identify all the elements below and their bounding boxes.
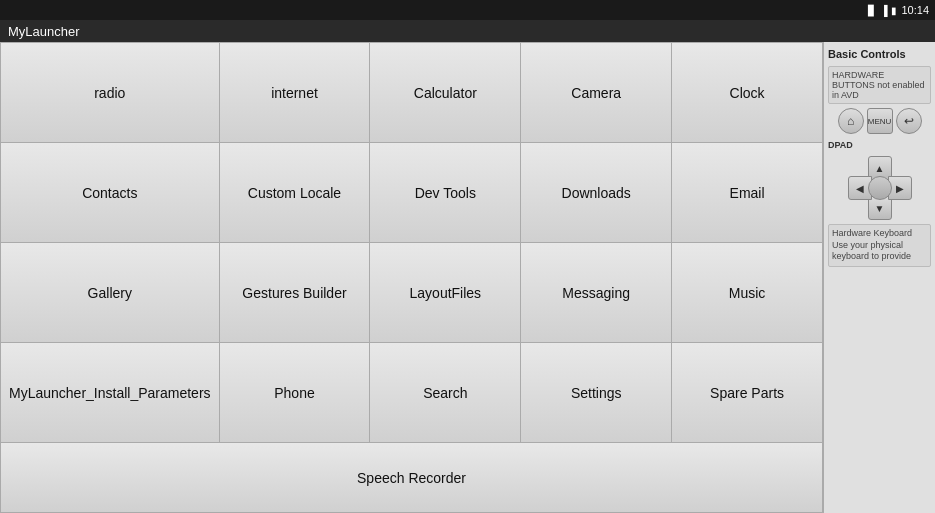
dpad-container: ▲ ▼ ◀ ▶ [828, 156, 931, 220]
app-cell-clock[interactable]: Clock [672, 43, 823, 143]
app-cell-layoutfiles[interactable]: LayoutFiles [370, 243, 521, 343]
app-cell-settings[interactable]: Settings [521, 343, 672, 443]
app-cell-internet[interactable]: internet [220, 43, 371, 143]
dpad-label: DPAD [828, 140, 931, 150]
app-cell-camera[interactable]: Camera [521, 43, 672, 143]
keyboard-label: Hardware Keyboard [832, 228, 927, 240]
main-content: radio internet Calculator Camera Clock C… [0, 42, 935, 513]
back-button[interactable]: ↩ [896, 108, 922, 134]
right-panel: Basic Controls HARDWARE BUTTONS not enab… [823, 42, 935, 513]
hardware-buttons-section: HARDWARE BUTTONS not enabled in AVD [828, 66, 931, 104]
app-cell-custom-locale[interactable]: Custom Locale [220, 143, 371, 243]
app-cell-phone[interactable]: Phone [220, 343, 371, 443]
app-cell-music[interactable]: Music [672, 243, 823, 343]
title-bar: MyLauncher [0, 20, 935, 42]
app-cell-gestures-builder[interactable]: Gestures Builder [220, 243, 371, 343]
app-cell-email[interactable]: Email [672, 143, 823, 243]
panel-title: Basic Controls [828, 46, 931, 62]
app-cell-spare-parts[interactable]: Spare Parts [672, 343, 823, 443]
home-button[interactable]: ⌂ [838, 108, 864, 134]
signal-icon: ▐ [880, 5, 887, 16]
time-display: 10:14 [901, 4, 929, 16]
keyboard-note: Use your physical keyboard to provide [832, 240, 927, 263]
app-cell-messaging[interactable]: Messaging [521, 243, 672, 343]
app-cell-gallery[interactable]: Gallery [1, 243, 220, 343]
menu-button[interactable]: MENU [867, 108, 893, 134]
wifi-icon: ▊ [868, 5, 876, 16]
status-right: ▊ ▐ ▮ 10:14 [868, 4, 929, 16]
status-bar: ▊ ▐ ▮ 10:14 [0, 0, 935, 20]
app-cell-dev-tools[interactable]: Dev Tools [370, 143, 521, 243]
app-cell-contacts[interactable]: Contacts [1, 143, 220, 243]
keyboard-section: Hardware Keyboard Use your physical keyb… [828, 224, 931, 267]
app-title: MyLauncher [8, 24, 80, 39]
control-buttons-row: ⌂ MENU ↩ [828, 108, 931, 134]
app-cell-search[interactable]: Search [370, 343, 521, 443]
dpad-center-button[interactable] [868, 176, 892, 200]
app-grid-container: radio internet Calculator Camera Clock C… [0, 42, 823, 513]
dpad: ▲ ▼ ◀ ▶ [848, 156, 912, 220]
app-cell-calculator[interactable]: Calculator [370, 43, 521, 143]
app-cell-radio[interactable]: radio [1, 43, 220, 143]
app-cell-downloads[interactable]: Downloads [521, 143, 672, 243]
app-cell-mylauncher-install-parameters[interactable]: MyLauncher_Install_Parameters [1, 343, 220, 443]
app-grid: radio internet Calculator Camera Clock C… [0, 42, 823, 443]
app-cell-speech-recorder[interactable]: Speech Recorder [0, 443, 823, 513]
battery-icon: ▮ [891, 5, 897, 16]
